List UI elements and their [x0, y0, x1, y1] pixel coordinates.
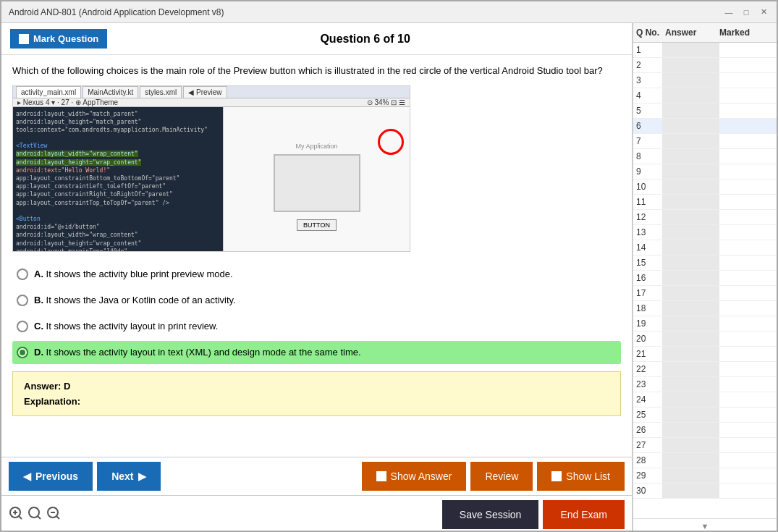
- nav-bar: ◀ Previous Next ▶ Show Answer Review: [1, 457, 632, 495]
- q-marked-20: [719, 332, 777, 346]
- q-marked-25: [719, 408, 777, 422]
- minimize-button[interactable]: —: [723, 7, 735, 18]
- radio-b[interactable]: [17, 295, 28, 306]
- q-marked-13: [719, 225, 777, 240]
- q-answer-28: [662, 453, 719, 468]
- q-answer-25: [662, 408, 719, 422]
- q-marked-27: [719, 438, 777, 452]
- q-answer-19: [662, 316, 719, 331]
- show-answer-button[interactable]: Show Answer: [362, 462, 467, 491]
- mark-question-button[interactable]: Mark Question: [10, 29, 107, 48]
- q-num-11: 11: [633, 195, 662, 209]
- q-num-27: 27: [633, 438, 662, 452]
- q-row-23[interactable]: 23: [633, 377, 777, 392]
- q-row-18[interactable]: 18: [633, 301, 777, 316]
- q-num-23: 23: [633, 377, 662, 392]
- zoom-out-button[interactable]: [46, 506, 61, 523]
- q-marked-14: [719, 240, 777, 255]
- q-row-13[interactable]: 13: [633, 225, 777, 240]
- session-bar: Save Session End Exam: [1, 495, 632, 532]
- code-panel: android:layout_width="match_parent" andr…: [13, 107, 223, 252]
- q-row-27[interactable]: 27: [633, 438, 777, 453]
- q-row-9[interactable]: 9: [633, 164, 777, 180]
- q-row-17[interactable]: 17: [633, 286, 777, 301]
- save-session-label: Save Session: [460, 509, 522, 520]
- q-row-14[interactable]: 14: [633, 240, 777, 256]
- option-b[interactable]: B. It shows the Java or Kotlin code of a…: [12, 289, 621, 312]
- q-marked-18: [719, 301, 777, 316]
- q-answer-8: [662, 149, 719, 164]
- q-answer-11: [662, 195, 719, 209]
- zoom-in-button[interactable]: [9, 506, 23, 523]
- close-button[interactable]: ✕: [758, 7, 769, 18]
- option-a-text: A. It shows the activity blue print prev…: [34, 269, 233, 279]
- q-row-20[interactable]: 20: [633, 332, 777, 347]
- q-row-15[interactable]: 15: [633, 256, 777, 271]
- q-num-9: 9: [633, 164, 662, 179]
- tab-main-activity[interactable]: MainActivity.kt: [83, 86, 138, 98]
- right-panel-header: Q No. Answer Marked: [633, 23, 777, 43]
- q-marked-12: [719, 210, 777, 224]
- save-session-button[interactable]: Save Session: [442, 500, 539, 529]
- phone-preview: [274, 154, 360, 212]
- q-num-28: 28: [633, 453, 662, 468]
- q-answer-6: [662, 119, 719, 133]
- radio-d[interactable]: [17, 347, 28, 358]
- radio-a[interactable]: [17, 269, 28, 280]
- q-row-29[interactable]: 29: [633, 468, 777, 484]
- q-row-30[interactable]: 30: [633, 484, 777, 499]
- q-row-3[interactable]: 3: [633, 73, 777, 88]
- scroll-down-arrow[interactable]: ▼: [633, 518, 777, 532]
- q-row-16[interactable]: 16: [633, 271, 777, 286]
- q-num-5: 5: [633, 104, 662, 118]
- option-a[interactable]: A. It shows the activity blue print prev…: [12, 263, 621, 286]
- q-marked-10: [719, 180, 777, 194]
- zoom-reset-button[interactable]: [28, 506, 42, 523]
- maximize-button[interactable]: □: [740, 7, 752, 18]
- review-button[interactable]: Review: [470, 462, 533, 491]
- q-row-24[interactable]: 24: [633, 392, 777, 408]
- option-c-text: C. It shows the activity layout in print…: [34, 321, 218, 332]
- tab-activity-main[interactable]: activity_main.xml: [16, 86, 81, 98]
- radio-c[interactable]: [17, 321, 28, 332]
- q-row-6[interactable]: 6: [633, 119, 777, 134]
- q-marked-1: [719, 43, 777, 57]
- tab-preview[interactable]: ◀ Preview: [183, 86, 227, 98]
- q-answer-30: [662, 484, 719, 498]
- zoom-controls: [9, 506, 61, 523]
- q-row-21[interactable]: 21: [633, 347, 777, 362]
- q-row-11[interactable]: 11: [633, 195, 777, 210]
- q-row-25[interactable]: 25: [633, 408, 777, 423]
- prev-arrow-icon: ◀: [23, 470, 31, 482]
- q-row-19[interactable]: 19: [633, 316, 777, 332]
- q-marked-4: [719, 88, 777, 103]
- question-list-scroll[interactable]: 1 2 3 4 5 6 7 8 9 10 11: [633, 43, 777, 518]
- q-row-28[interactable]: 28: [633, 453, 777, 468]
- q-row-8[interactable]: 8: [633, 149, 777, 164]
- q-marked-7: [719, 134, 777, 148]
- previous-button[interactable]: ◀ Previous: [9, 462, 93, 491]
- q-marked-22: [719, 362, 777, 376]
- q-row-4[interactable]: 4: [633, 88, 777, 104]
- q-row-26[interactable]: 26: [633, 423, 777, 438]
- q-row-2[interactable]: 2: [633, 58, 777, 73]
- q-marked-29: [719, 468, 777, 483]
- tab-styles[interactable]: styles.xml: [140, 86, 182, 98]
- q-row-7[interactable]: 7: [633, 134, 777, 149]
- next-arrow-icon: ▶: [138, 470, 146, 482]
- q-row-5[interactable]: 5: [633, 104, 777, 119]
- q-num-18: 18: [633, 301, 662, 316]
- q-row-12[interactable]: 12: [633, 210, 777, 225]
- option-d[interactable]: D. It shows the activity layout in text …: [12, 341, 621, 364]
- mark-question-label: Mark Question: [33, 33, 98, 44]
- q-row-22[interactable]: 22: [633, 362, 777, 377]
- q-row-1[interactable]: 1: [633, 43, 777, 58]
- q-num-24: 24: [633, 392, 662, 407]
- next-button[interactable]: Next ▶: [97, 462, 160, 491]
- end-exam-button[interactable]: End Exam: [543, 500, 625, 529]
- show-list-button[interactable]: Show List: [537, 462, 625, 491]
- q-num-6: 6: [633, 119, 662, 133]
- q-row-10[interactable]: 10: [633, 180, 777, 195]
- content-area: Mark Question Question 6 of 10 Which of …: [1, 23, 632, 532]
- option-c[interactable]: C. It shows the activity layout in print…: [12, 315, 621, 338]
